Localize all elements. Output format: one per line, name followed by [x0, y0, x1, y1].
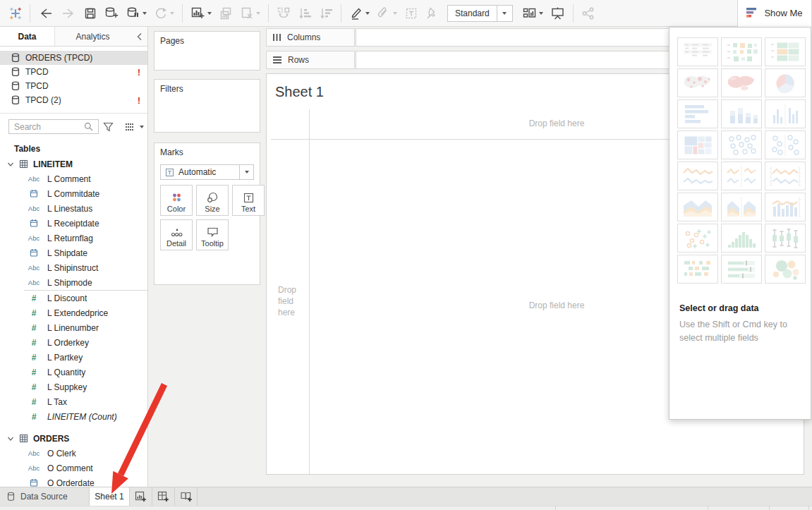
field-item[interactable]: #L Extendedprice: [0, 305, 147, 320]
field-item[interactable]: #L Discount: [0, 291, 147, 305]
field-item[interactable]: AbcL Shipmode: [0, 275, 147, 290]
showme-dual-combination-thumb[interactable]: [765, 193, 806, 221]
show-hide-cards-caret-icon[interactable]: [539, 12, 543, 15]
field-item[interactable]: L Commitdate: [0, 186, 147, 201]
drop-zone-left[interactable]: Drop field here: [278, 284, 308, 318]
fit-mode-caret-icon[interactable]: [497, 6, 512, 21]
new-dashboard-tab-button[interactable]: [152, 487, 175, 506]
showme-side-by-side-circles-thumb[interactable]: [765, 130, 806, 159]
showme-packed-bubbles-thumb[interactable]: [765, 255, 806, 284]
showme-area-continuous-thumb[interactable]: [677, 193, 718, 221]
share-button[interactable]: [578, 4, 599, 23]
showme-scatter-plot-thumb[interactable]: [677, 224, 718, 253]
showme-highlight-table-thumb[interactable]: [765, 37, 806, 66]
clear-sheet-caret-icon[interactable]: [256, 12, 260, 15]
table-group-lineitem[interactable]: LINEITEM: [0, 157, 147, 171]
field-item[interactable]: #L Tax: [0, 394, 147, 409]
new-worksheet-button[interactable]: [187, 4, 215, 23]
showme-circle-views-thumb[interactable]: [721, 130, 762, 159]
detail-button[interactable]: Detail: [160, 219, 193, 250]
view-options-icon[interactable]: [123, 121, 137, 133]
field-item[interactable]: AbcL Linestatus: [0, 201, 147, 216]
color-button[interactable]: Color: [160, 185, 193, 216]
new-data-source-button[interactable]: [101, 4, 123, 23]
presentation-mode-button[interactable]: [547, 4, 569, 23]
showme-lines-continuous-thumb[interactable]: [677, 162, 718, 190]
pause-updates-caret-icon[interactable]: [143, 12, 147, 15]
data-source-item[interactable]: TPCD !: [0, 65, 147, 79]
size-button[interactable]: Size: [196, 185, 229, 216]
pause-auto-updates-button[interactable]: [123, 4, 150, 23]
field-item[interactable]: #LINEITEM (Count): [0, 409, 147, 424]
showme-treemap-thumb[interactable]: [677, 130, 718, 159]
field-item[interactable]: #L Linenumber: [0, 320, 147, 335]
swap-rows-columns-button[interactable]: [273, 4, 294, 23]
show-me-button[interactable]: Show Me: [737, 0, 812, 27]
showme-histogram-thumb[interactable]: [721, 224, 762, 253]
showme-symbol-map-thumb[interactable]: [677, 68, 718, 97]
showme-area-discrete-thumb[interactable]: [721, 193, 762, 221]
showme-side-by-side-bars-thumb[interactable]: [765, 99, 806, 128]
redo-button[interactable]: [57, 4, 80, 23]
field-item[interactable]: #L Orderkey: [0, 335, 147, 350]
group-members-button[interactable]: [373, 4, 401, 23]
pages-shelf[interactable]: Pages: [154, 31, 260, 71]
run-update-caret-icon[interactable]: [170, 12, 174, 15]
highlight-button[interactable]: [346, 4, 373, 23]
sort-ascending-button[interactable]: [294, 4, 315, 23]
tab-data[interactable]: Data: [0, 27, 55, 46]
collapse-pane-button[interactable]: [131, 27, 147, 46]
field-item[interactable]: L Shipdate: [0, 245, 147, 260]
filters-shelf[interactable]: Filters: [154, 79, 260, 133]
field-item[interactable]: AbcL Returnflag: [0, 231, 147, 245]
field-item[interactable]: AbcO Clerk: [0, 446, 147, 461]
field-item[interactable]: AbcL Shipinstruct: [0, 260, 147, 275]
showme-dual-lines-thumb[interactable]: [765, 162, 806, 190]
showme-text-table-thumb[interactable]: [677, 37, 718, 66]
duplicate-sheet-button[interactable]: [215, 4, 236, 23]
field-item[interactable]: AbcO Comment: [0, 461, 147, 475]
field-item[interactable]: #L Suppkey: [0, 380, 147, 394]
new-worksheet-caret-icon[interactable]: [207, 12, 212, 15]
view-options-caret-icon[interactable]: [140, 126, 144, 128]
text-button[interactable]: Text: [232, 185, 265, 216]
tab-sheet-1[interactable]: Sheet 1: [90, 487, 130, 506]
save-button[interactable]: [80, 4, 101, 23]
field-item[interactable]: O Orderdate: [0, 475, 147, 487]
mark-type-select[interactable]: Automatic: [160, 164, 254, 180]
highlight-caret-icon[interactable]: [365, 12, 370, 15]
run-update-button[interactable]: [150, 4, 178, 23]
showme-pie-chart-thumb[interactable]: [765, 68, 806, 97]
showme-lines-discrete-thumb[interactable]: [721, 162, 762, 190]
tab-analytics[interactable]: Analytics: [55, 27, 131, 46]
data-source-item[interactable]: TPCD: [0, 79, 147, 93]
data-source-item[interactable]: TPCD (2) !: [0, 93, 147, 107]
tab-data-source[interactable]: Data Source: [0, 487, 90, 506]
data-source-item[interactable]: ORDERS (TPCD): [0, 51, 147, 65]
show-mark-labels-button[interactable]: [401, 4, 422, 23]
field-item[interactable]: L Receiptdate: [0, 216, 147, 231]
showme-horizontal-bars-thumb[interactable]: [677, 99, 718, 128]
showme-filled-map-thumb[interactable]: [721, 68, 762, 97]
clear-sheet-button[interactable]: [236, 4, 264, 23]
field-item[interactable]: #L Partkey: [0, 350, 147, 365]
showme-gantt-thumb[interactable]: [677, 255, 718, 284]
new-story-tab-button[interactable]: [175, 487, 198, 506]
field-item[interactable]: AbcL Comment: [0, 171, 147, 186]
filter-icon[interactable]: [102, 121, 115, 133]
undo-button[interactable]: [35, 4, 57, 23]
group-members-caret-icon[interactable]: [393, 12, 397, 15]
fit-mode-select[interactable]: Standard: [447, 5, 513, 22]
showme-bullet-graph-thumb[interactable]: [721, 255, 762, 284]
field-item[interactable]: #L Quantity: [0, 365, 147, 380]
showme-heat-map-thumb[interactable]: [721, 37, 762, 66]
mark-type-caret-icon[interactable]: [239, 165, 253, 179]
sort-descending-button[interactable]: [315, 4, 337, 23]
tooltip-button[interactable]: Tooltip: [196, 219, 229, 250]
show-hide-cards-button[interactable]: [519, 4, 547, 23]
new-worksheet-tab-button[interactable]: [130, 487, 152, 506]
fix-axes-button[interactable]: [422, 4, 442, 23]
showme-stacked-bars-thumb[interactable]: [721, 99, 762, 128]
showme-box-and-whisker-thumb[interactable]: [765, 224, 806, 253]
table-group-orders[interactable]: ORDERS: [0, 431, 147, 446]
